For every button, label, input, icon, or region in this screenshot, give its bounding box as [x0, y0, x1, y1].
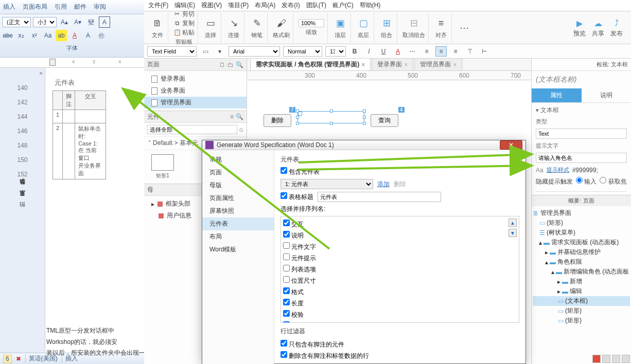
style-button[interactable]: ▾ [214, 46, 225, 57]
tab-ref[interactable]: 引用 [55, 3, 67, 11]
outline-item-selected[interactable]: ▭(文本框) [533, 296, 630, 306]
tray-icon[interactable] [622, 355, 630, 363]
canvas-tab[interactable]: 管理员界面× [414, 59, 462, 70]
ungroup-icon[interactable]: ⊟ [407, 16, 421, 30]
column-checkbox[interactable]: 元件文字 [283, 241, 517, 252]
close-tab-icon[interactable]: × [361, 61, 365, 68]
shape-rectangle[interactable]: 矩形1 [148, 154, 177, 179]
include-table-checkbox[interactable]: 包含元件表 [281, 167, 320, 176]
tray-icon[interactable] [592, 355, 601, 363]
tab-mail[interactable]: 邮件 [74, 3, 86, 11]
font-style-select[interactable]: (正文) [2, 17, 31, 27]
tray-icon[interactable] [612, 355, 620, 363]
filter-footnote-checkbox[interactable]: 只包含有脚注的元件 [281, 340, 344, 349]
nav-screenshot[interactable]: 屏幕快照 [202, 205, 274, 217]
word-h-ruler[interactable]: 4 2 4 [0, 58, 144, 68]
phonetic-button[interactable]: 變 [85, 16, 97, 28]
library-filter-input[interactable] [147, 125, 237, 134]
sup-button[interactable]: x² [29, 30, 40, 41]
selected-textfield[interactable] [297, 111, 364, 123]
column-checkbox[interactable]: 位置尺寸 [283, 275, 517, 286]
align-left-button[interactable]: ≡ [421, 46, 432, 57]
page-item-business[interactable]: 业务界面 [144, 85, 247, 97]
dialog-close-button[interactable]: ✕ [500, 140, 522, 150]
inspector-tab-properties[interactable]: 属性 [532, 88, 582, 102]
column-checkbox[interactable]: 动作 [283, 320, 517, 323]
filter-remove-rows-checkbox[interactable]: 删除含有脚注和标签数据的行 [281, 351, 369, 360]
align-right-button[interactable]: ≡ [450, 46, 461, 57]
paste-button[interactable]: 📋粘贴 [173, 28, 195, 37]
column-checkbox[interactable]: 列表选项 [283, 264, 517, 275]
underline-button[interactable]: U [378, 46, 389, 57]
nav-layout[interactable]: 布局 [202, 230, 274, 243]
dialog-titlebar[interactable]: Generate Word Specification (Word Doc 1)… [202, 140, 525, 150]
send-back-icon[interactable]: ▢ [356, 16, 371, 30]
move-up-button[interactable]: ▲ [509, 219, 517, 227]
inspector-tab-notes[interactable]: 说明 [582, 88, 632, 102]
tab-review[interactable]: 审阅 [94, 3, 106, 11]
canvas-tab[interactable]: 登录界面× [372, 59, 413, 70]
radio-focus[interactable]: 获取焦 [600, 177, 626, 186]
sub-button[interactable]: x₂ [15, 30, 27, 41]
nav-masters[interactable]: 母版 [202, 179, 274, 192]
column-checkbox[interactable]: 交互 [283, 219, 517, 230]
italic-button[interactable]: I [363, 46, 375, 57]
search-icon[interactable]: 🔍 [236, 61, 243, 68]
outline-item[interactable]: ▸▬并基础信息维护 [533, 247, 630, 257]
font-family-select[interactable]: Arial [229, 46, 280, 57]
font-color-button[interactable]: A [69, 30, 80, 41]
format-painter-icon[interactable]: 🖌 [274, 16, 289, 30]
nav-general[interactable]: 常规 [202, 153, 274, 166]
widget-name-label[interactable]: (文本框名称) [532, 71, 631, 88]
group-icon[interactable]: ⊞ [379, 16, 394, 30]
copy-button[interactable]: ⧉复制 [173, 19, 195, 28]
table-select[interactable]: 1: 元件表 [281, 179, 373, 189]
outline-item[interactable]: ▴▬新增编辑角色 (动态面板 [533, 267, 630, 277]
outline-item[interactable]: ☰(树状菜单) [533, 228, 630, 238]
word-document-page[interactable]: 元件表 脚注交互 1 2鼠标单击时: Case 1: 在 当前窗口 开业务界面 [45, 68, 144, 353]
strike-button[interactable]: abc [2, 30, 13, 41]
canvas-tab-active[interactable]: 需求实现面板 / 角色权限 (管理员界面)× [250, 59, 371, 70]
connect-icon[interactable]: ↘ [226, 16, 241, 30]
zoom-input[interactable] [299, 19, 324, 27]
clear-filter-icon[interactable]: ⦸ [239, 126, 243, 133]
paint-button[interactable]: ▭ [200, 46, 211, 57]
close-panel-icon[interactable]: × [39, 70, 43, 77]
column-checkbox[interactable]: 说明 [283, 230, 517, 241]
add-link[interactable]: 添加 [377, 180, 390, 189]
outline-item[interactable]: ▭(矩形) [533, 218, 630, 228]
menu-view[interactable]: 视图(V) [201, 1, 222, 10]
font-size-select[interactable]: 13 [325, 46, 346, 57]
align-icon[interactable]: ≡ [434, 16, 448, 30]
align-center-button[interactable]: ≡ [435, 46, 447, 57]
nav-template[interactable]: Word模板 [202, 243, 274, 256]
bring-front-icon[interactable]: ▣ [333, 16, 347, 30]
bold-button[interactable]: B [349, 46, 360, 57]
menu-help[interactable]: 帮助(H) [360, 1, 381, 10]
valign-mid-button[interactable]: ⊢ [479, 46, 490, 57]
widget-type-select[interactable]: Text Field [147, 46, 197, 57]
type-input[interactable] [536, 129, 627, 139]
outline-item[interactable]: ▸▬新增 [533, 277, 630, 286]
file-icon[interactable]: 🗎 [150, 16, 165, 30]
select-icon[interactable]: ▭ [203, 16, 218, 30]
menu-layout[interactable]: 布局(A) [255, 1, 275, 10]
nav-widget-table[interactable]: 元件表 [202, 217, 274, 230]
table-title-checkbox[interactable]: 表格标题 [281, 192, 313, 202]
tab-insert[interactable]: 插入 [3, 3, 15, 11]
nav-pages[interactable]: 页面 [202, 166, 274, 179]
outline-item[interactable]: ▸▬编辑 [533, 286, 630, 296]
more-icon[interactable]: ⋯ [457, 21, 471, 35]
outline-item[interactable]: ▴▬角色权限 [533, 257, 630, 267]
share-button[interactable]: ☁共享 [592, 17, 604, 38]
enclose-button[interactable]: ㊕ [96, 30, 107, 41]
hint-style-link[interactable]: 提示样式 [547, 166, 569, 174]
move-down-button[interactable]: ▼ [509, 229, 517, 237]
radio-input[interactable]: 输入 [576, 177, 597, 186]
pen-icon[interactable]: ✎ [250, 16, 264, 30]
valign-top-button[interactable]: ⊤ [464, 46, 476, 57]
nav-page-props[interactable]: 页面属性 [202, 192, 274, 205]
menu-team[interactable]: 团队(T) [306, 1, 326, 10]
delete-link[interactable]: 删除 [394, 180, 406, 189]
menu-account[interactable]: 账户(C) [332, 1, 354, 10]
